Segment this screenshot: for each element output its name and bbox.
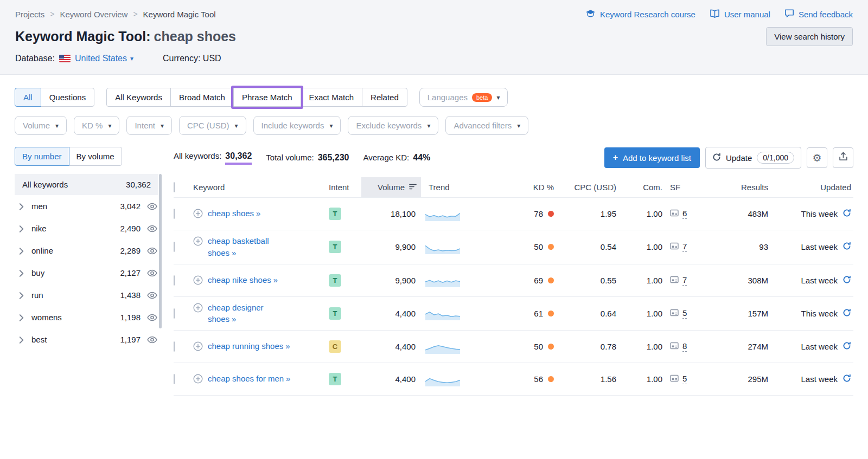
database-selector[interactable]: United States ▾ bbox=[75, 54, 133, 63]
row-checkbox[interactable] bbox=[174, 275, 175, 286]
column-header-updated[interactable]: Updated bbox=[768, 177, 853, 197]
user-manual-link[interactable]: User manual bbox=[710, 9, 770, 20]
export-button[interactable] bbox=[833, 147, 853, 168]
filter-dropdown-advanced-filters[interactable]: Advanced filters ▾ bbox=[445, 116, 528, 135]
open-keyword-arrows-icon[interactable]: » bbox=[232, 314, 236, 324]
column-header-kd[interactable]: KD % bbox=[502, 177, 554, 197]
open-keyword-arrows-icon[interactable]: » bbox=[285, 341, 290, 351]
keyword-group-buy[interactable]: buy 2,127 bbox=[15, 262, 158, 284]
column-header-keyword[interactable]: Keyword bbox=[193, 177, 329, 197]
add-keyword-plus-icon[interactable] bbox=[193, 303, 203, 314]
eye-icon[interactable] bbox=[147, 203, 157, 210]
database-row: Database: United States ▾ Currency: USD bbox=[15, 54, 853, 63]
sf-count[interactable]: 6 bbox=[682, 209, 687, 219]
sidebar-toggle-by-volume[interactable]: By volume bbox=[69, 147, 122, 166]
sf-count[interactable]: 7 bbox=[682, 275, 687, 286]
tab-all[interactable]: All bbox=[15, 88, 41, 107]
update-button[interactable]: Update 0/1,000 bbox=[705, 147, 801, 169]
tab-related[interactable]: Related bbox=[362, 88, 407, 107]
breadcrumb-keyword-overview[interactable]: Keyword Overview bbox=[60, 10, 127, 19]
add-to-keyword-list-button[interactable]: + Add to keyword list bbox=[604, 147, 700, 168]
filter-dropdown-include-keywords[interactable]: Include keywords ▾ bbox=[253, 116, 341, 135]
column-header-trend[interactable]: Trend bbox=[421, 177, 502, 197]
volume-value: 4,400 bbox=[361, 309, 421, 318]
trend-sparkline bbox=[425, 273, 460, 287]
column-header-volume[interactable]: Volume bbox=[361, 177, 421, 197]
sidebar-scrollbar[interactable] bbox=[159, 174, 162, 328]
keyword-link[interactable]: cheap nike shoes» bbox=[208, 274, 278, 286]
keyword-link[interactable]: cheap shoes for men» bbox=[208, 373, 290, 385]
select-all-checkbox[interactable] bbox=[174, 182, 175, 192]
eye-icon[interactable] bbox=[147, 247, 157, 255]
sf-count[interactable]: 7 bbox=[682, 242, 687, 252]
eye-icon[interactable] bbox=[147, 336, 157, 344]
keyword-link[interactable]: cheap shoes» bbox=[208, 208, 260, 219]
add-keyword-plus-icon[interactable] bbox=[193, 275, 203, 287]
refresh-icon[interactable] bbox=[843, 341, 851, 352]
send-feedback-link[interactable]: Send feedback bbox=[784, 9, 853, 20]
keyword-group-best[interactable]: best 1,197 bbox=[15, 328, 158, 351]
column-header-intent[interactable]: Intent bbox=[329, 177, 361, 197]
refresh-icon[interactable] bbox=[843, 242, 851, 252]
settings-button[interactable]: ⚙ bbox=[807, 147, 827, 168]
add-keyword-plus-icon[interactable] bbox=[193, 341, 203, 353]
add-keyword-plus-icon[interactable] bbox=[193, 209, 203, 220]
eye-icon[interactable] bbox=[147, 314, 157, 321]
keyword-group-run[interactable]: run 1,438 bbox=[15, 284, 158, 306]
open-keyword-arrows-icon[interactable]: » bbox=[273, 275, 278, 285]
filter-dropdown-volume[interactable]: Volume ▾ bbox=[15, 116, 67, 135]
updated-value: This week bbox=[801, 309, 838, 318]
keyword-group-online[interactable]: online 2,289 bbox=[15, 240, 158, 262]
all-keywords-group[interactable]: All keywords 30,362 bbox=[15, 174, 158, 195]
filter-dropdown-intent[interactable]: Intent ▾ bbox=[126, 116, 172, 135]
filter-dropdown-cpc-usd[interactable]: CPC (USD) ▾ bbox=[179, 116, 246, 135]
view-search-history-button[interactable]: View search history bbox=[766, 27, 853, 46]
cpc-value: 1.56 bbox=[554, 374, 616, 384]
open-keyword-arrows-icon[interactable]: » bbox=[256, 209, 260, 218]
add-keyword-plus-icon[interactable] bbox=[193, 374, 203, 385]
kd-value: 69 bbox=[534, 276, 543, 285]
tab-exact-match[interactable]: Exact Match bbox=[301, 88, 363, 107]
column-header-sf[interactable]: SF bbox=[662, 177, 706, 197]
book-icon bbox=[710, 9, 720, 20]
sf-count[interactable]: 8 bbox=[682, 341, 687, 352]
keyword-group-men[interactable]: men 3,042 bbox=[15, 195, 158, 217]
add-keyword-plus-icon[interactable] bbox=[193, 236, 203, 248]
column-header-results[interactable]: Results bbox=[706, 177, 768, 197]
eye-icon[interactable] bbox=[147, 292, 157, 299]
sidebar-toggle-by-number[interactable]: By number bbox=[15, 147, 69, 166]
keyword-group-nike[interactable]: nike 2,490 bbox=[15, 217, 158, 240]
tab-broad-match[interactable]: Broad Match bbox=[170, 88, 234, 107]
tab-phrase-match[interactable]: Phrase Match bbox=[233, 88, 301, 107]
open-keyword-arrows-icon[interactable]: » bbox=[286, 374, 290, 383]
eye-icon[interactable] bbox=[147, 269, 157, 277]
sf-count[interactable]: 5 bbox=[682, 374, 687, 384]
languages-dropdown[interactable]: Languages beta ▾ bbox=[419, 88, 508, 107]
refresh-icon[interactable] bbox=[843, 374, 851, 384]
refresh-icon[interactable] bbox=[843, 209, 851, 219]
keyword-link[interactable]: cheap designer shoes» bbox=[208, 302, 293, 326]
tab-questions[interactable]: Questions bbox=[41, 88, 95, 107]
row-checkbox[interactable] bbox=[174, 209, 175, 219]
keyword-link[interactable]: cheap running shoes» bbox=[208, 340, 290, 352]
keyword-group-womens[interactable]: womens 1,198 bbox=[15, 306, 158, 328]
sf-count[interactable]: 5 bbox=[682, 308, 687, 319]
refresh-icon[interactable] bbox=[843, 275, 851, 286]
row-checkbox[interactable] bbox=[174, 341, 175, 352]
tab-all-keywords[interactable]: All Keywords bbox=[106, 88, 171, 107]
breadcrumb-projects[interactable]: Projects bbox=[15, 10, 44, 19]
column-header-cpc[interactable]: CPC (USD) bbox=[554, 177, 616, 197]
open-keyword-arrows-icon[interactable]: » bbox=[232, 248, 236, 257]
update-quota: 0/1,000 bbox=[757, 152, 794, 164]
eye-icon[interactable] bbox=[147, 225, 157, 232]
column-header-com[interactable]: Com. bbox=[616, 177, 662, 197]
row-checkbox[interactable] bbox=[174, 374, 175, 384]
keyword-research-course-link[interactable]: Keyword Research course bbox=[585, 9, 695, 20]
refresh-icon[interactable] bbox=[843, 308, 851, 319]
row-checkbox[interactable] bbox=[174, 242, 175, 252]
filter-dropdown-kd[interactable]: KD % ▾ bbox=[74, 116, 119, 135]
filter-dropdown-exclude-keywords[interactable]: Exclude keywords ▾ bbox=[348, 116, 438, 135]
row-checkbox[interactable] bbox=[174, 308, 175, 319]
summary-row: All keywords: 30,362 Total volume: 365,2… bbox=[174, 147, 853, 169]
keyword-link[interactable]: cheap basketball shoes» bbox=[208, 235, 293, 259]
